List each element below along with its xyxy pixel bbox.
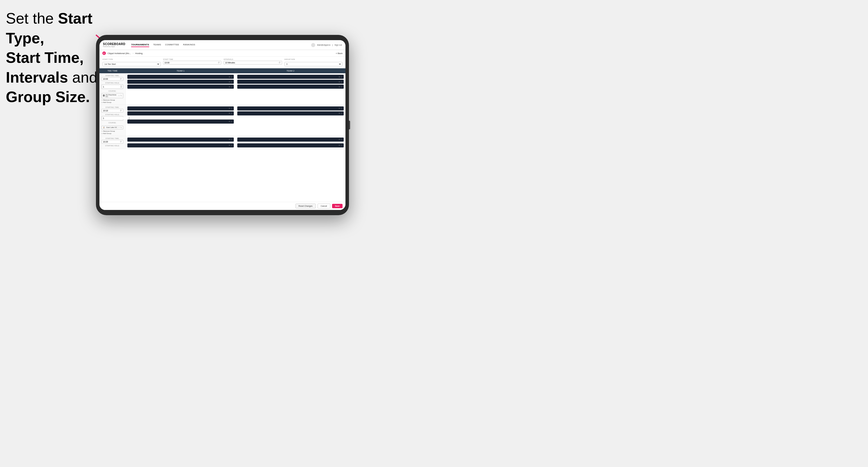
start-type-label: Start Type [102,58,161,60]
start-time-input[interactable] [164,62,218,64]
starting-hole-field-2[interactable] [103,117,128,119]
tee-group-3: STARTING TIME: ⏱ STARTING HOLE: × ○ [99,136,345,149]
player-x-g2-t2-2[interactable]: × [339,112,340,114]
reset-changes-button[interactable]: Reset Changes [296,204,316,209]
player-row-g3-t2-2: × ○ [237,143,344,148]
player-row-g2-t1-1: × ○ [127,106,234,111]
course-edit-1[interactable]: ✎ [120,94,122,97]
sign-out-link[interactable]: Sign out [334,44,342,46]
col-team2: Team 2 [236,68,345,73]
remove-group-btn-1[interactable]: ○ Remove Group [101,99,123,101]
remove-group-btn-2[interactable]: ○ Remove Group [101,130,123,132]
player-o-t2-3[interactable]: ○ [341,86,342,88]
spacer-g2-t1 [127,116,234,119]
player-o-g3-t1-2[interactable]: ○ [231,144,232,146]
player-row-t1-2: × ○ [127,80,234,84]
user-avatar [311,43,315,47]
player-o-g2-t1-2[interactable]: ○ [231,112,232,114]
player-o-t1-1[interactable]: ○ [231,76,232,78]
starting-time-input-1: ⏱ [101,77,123,81]
player-o-g3-t1-1[interactable]: ○ [231,138,232,141]
player-x-t1-3[interactable]: × [229,86,230,88]
player-x-g3-t2-2[interactable]: × [339,144,340,146]
starting-hole-field-1[interactable] [103,86,120,88]
intervals-input-wrapper: ⏱ [224,61,282,65]
breadcrumb-tournament[interactable]: Clippd Invitational (Mo... [107,52,131,55]
group-size-select[interactable]: 3 [284,62,343,66]
stepper-down-1[interactable]: ▼ [120,87,122,88]
player-x-t1-2[interactable]: × [229,81,230,83]
breadcrumb-section: Hosting [135,52,143,55]
player-o-g2-t2-1[interactable]: ○ [341,107,342,109]
player-actions-g2-t2-2: × ○ [339,112,342,114]
intervals-group: Intervals ⏱ [224,58,282,66]
add-group-btn-2[interactable]: + Add Group [101,133,123,134]
tee-left-2: STARTING TIME: ⏱ STARTING HOLE: ▲ ▼ COUR… [99,105,126,136]
add-group-btn-1[interactable]: + Add Group [101,101,123,103]
player-x-g2-t1-1[interactable]: × [229,107,230,109]
player-row-g2-t2-2: × ○ [237,112,344,116]
player-actions-g2-t1-3: × ○ [229,120,232,122]
separator: | [332,44,333,46]
starting-time-field-3[interactable] [103,141,119,143]
player-actions-t2-3: × ○ [339,86,342,88]
clock-icon: ⏱ [218,62,220,64]
cancel-button[interactable]: Cancel [317,204,330,209]
clock-icon-2: ⏱ [279,62,281,64]
player-x-g3-t1-2[interactable]: × [229,144,230,146]
user-email: blair@clippd.io [317,44,330,46]
remove-group-label-1: Remove Group [103,99,115,101]
starting-time-field-1[interactable] [103,78,119,80]
table-header: Tee Time Team 1 Team 2 [99,68,345,73]
course-label-1: COURSE: [101,90,123,92]
intervals-input[interactable] [225,62,278,64]
group-size-group: Group Size 3 [284,58,343,66]
player-x-t2-1[interactable]: × [339,76,340,78]
instruction-text: Set the Start Type, Start Time, Interval… [6,9,102,107]
course-icon-2: 🏌 [103,126,105,128]
logo-area: SCOREBOARD Powered by clippd [103,42,125,48]
nav-tournaments[interactable]: TOURNAMENTS [131,43,149,47]
logo-sub: Powered by clippd [103,45,125,48]
player-o-g3-t2-1[interactable]: ○ [341,138,342,141]
save-button[interactable]: Save [332,204,343,208]
player-o-t1-2[interactable]: ○ [231,81,232,83]
starting-time-field-2[interactable] [103,110,119,112]
course-remove-1[interactable]: × [118,95,120,97]
player-row-g2-t2-1: × ○ [237,106,344,111]
tablet-side-button [349,121,350,129]
tee-group-2: STARTING TIME: ⏱ STARTING HOLE: ▲ ▼ COUR… [99,105,345,136]
clippd-logo: C [102,52,106,55]
player-x-g2-t2-1[interactable]: × [339,107,340,109]
remove-group-icon-2: ○ [101,130,103,132]
player-o-g2-t2-2[interactable]: ○ [341,112,342,114]
player-o-t1-3[interactable]: ○ [231,86,232,88]
player-x-t2-3[interactable]: × [339,86,340,88]
player-o-g2-t1-3[interactable]: ○ [231,120,232,122]
course-remove-2[interactable]: × [118,126,120,128]
starting-time-input-2: ⏱ [101,109,123,113]
player-o-g3-t2-2[interactable]: ○ [341,144,342,146]
player-o-t2-2[interactable]: ○ [341,81,342,83]
back-button[interactable]: < Back [336,52,343,55]
player-row-g3-t2-1: × ○ [237,137,344,142]
player-o-g2-t1-1[interactable]: ○ [231,107,232,109]
player-x-t1-1[interactable]: × [229,76,230,78]
col-team1: Team 1 [126,68,236,73]
nav-committee[interactable]: COMMITTEE [165,43,179,47]
course-edit-2[interactable]: ✎ [120,126,122,128]
player-actions-t1-1: × ○ [229,76,232,78]
player-x-g2-t1-3[interactable]: × [229,120,230,122]
nav-rankings[interactable]: RANKINGS [183,43,195,47]
player-actions-g3-t2-2: × ○ [339,144,342,146]
start-type-select[interactable]: 1st Tee Start [102,62,161,66]
player-x-g3-t1-1[interactable]: × [229,138,230,141]
player-row-g3-t1-2: × ○ [127,143,234,148]
player-x-g3-t2-1[interactable]: × [339,138,340,141]
player-actions-t2-1: × ○ [339,76,342,78]
nav-teams[interactable]: TEAMS [153,43,161,47]
clock-icon-5: ⏱ [120,141,122,143]
player-o-t2-1[interactable]: ○ [341,76,342,78]
player-x-g2-t1-2[interactable]: × [229,112,230,114]
player-x-t2-2[interactable]: × [339,81,340,83]
